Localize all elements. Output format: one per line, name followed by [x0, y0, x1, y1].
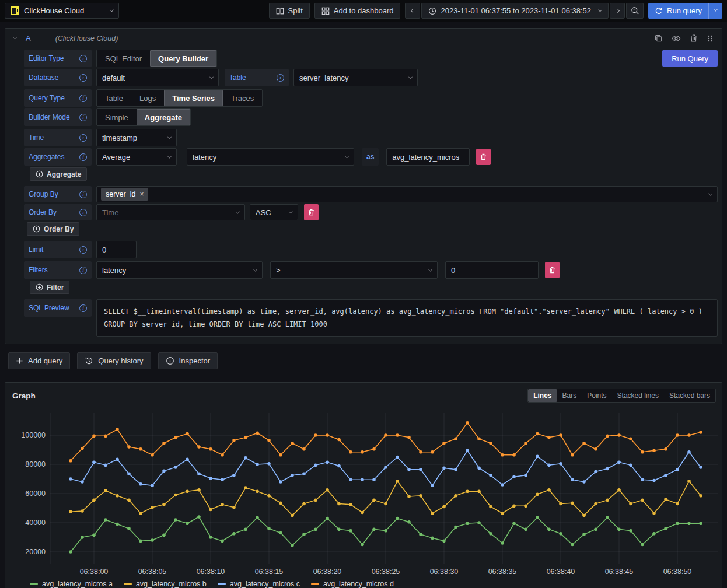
legend-item-a[interactable]: avg_latency_micros a	[30, 580, 113, 588]
add-filter-button[interactable]: Filter	[30, 281, 69, 294]
top-toolbar: ClickHouse Cloud Split Add to dashboard …	[0, 0, 727, 22]
query-type-option-table[interactable]: Table	[97, 90, 131, 106]
database-select[interactable]: default	[96, 69, 219, 86]
hide-response-button[interactable]	[672, 34, 681, 43]
builder-mode-label: Builder Modei	[24, 108, 92, 126]
query-type-option-traces[interactable]: Traces	[223, 90, 262, 106]
info-icon[interactable]: i	[79, 246, 87, 254]
info-icon[interactable]: i	[277, 74, 284, 82]
clickhouse-logo-icon	[11, 6, 19, 15]
builder-mode-option-aggregate[interactable]: Aggregate	[137, 109, 190, 125]
graph-mode-toggle: LinesBarsPointsStacked linesStacked bars	[527, 388, 716, 402]
add-to-dashboard-label: Add to dashboard	[334, 6, 394, 15]
info-icon[interactable]: i	[79, 153, 87, 161]
query-type-option-time-series[interactable]: Time Series	[164, 90, 223, 106]
query-history-button[interactable]: Query history	[77, 352, 151, 369]
aggregate-column-select[interactable]: latency	[187, 148, 354, 166]
remove-order-by-button[interactable]	[304, 204, 319, 220]
query-editor-panel: A (ClickHouse Cloud) Editor Typei SQL Ed…	[5, 28, 722, 344]
info-icon[interactable]: i	[79, 209, 87, 216]
add-to-dashboard-button[interactable]: Add to dashboard	[314, 3, 401, 19]
info-icon[interactable]: i	[79, 74, 87, 82]
remove-aggregate-button[interactable]	[476, 149, 491, 165]
chevron-down-icon	[110, 8, 114, 12]
filter-operator-select[interactable]: >	[270, 261, 438, 279]
drag-handle[interactable]	[707, 34, 714, 43]
trash-icon	[480, 153, 487, 160]
duplicate-query-button[interactable]	[654, 34, 663, 43]
group-by-select[interactable]: server_id×	[96, 186, 718, 202]
svg-text:40000: 40000	[25, 519, 46, 527]
query-type-option-logs[interactable]: Logs	[131, 90, 164, 106]
split-button[interactable]: Split	[269, 3, 310, 19]
add-aggregate-button[interactable]: Aggregate	[30, 167, 87, 181]
chevron-down-icon	[714, 8, 718, 12]
add-query-button[interactable]: Add query	[8, 352, 70, 369]
time-series-chart[interactable]: 1000008000060000400002000006:38:0006:38:…	[5, 408, 722, 579]
graph-mode-option-bars[interactable]: Bars	[557, 389, 582, 402]
info-icon[interactable]: i	[79, 114, 87, 121]
run-query-split-button: Run query	[648, 3, 722, 19]
query-ref-id[interactable]: A	[26, 34, 31, 43]
run-query-button[interactable]: Run query	[648, 3, 708, 19]
filter-field-select[interactable]: latency	[96, 261, 263, 279]
info-icon[interactable]: i	[79, 134, 87, 142]
eye-icon	[672, 34, 681, 43]
add-order-by-button[interactable]: Order By	[27, 222, 79, 236]
legend-swatch-icon	[311, 583, 319, 585]
time-range-back-button[interactable]	[405, 3, 420, 19]
graph-mode-option-stacked-bars[interactable]: Stacked bars	[664, 389, 715, 402]
editor-type-toggle: SQL EditorQuery Builder	[96, 50, 217, 67]
svg-text:06:38:35: 06:38:35	[488, 568, 517, 576]
info-icon[interactable]: i	[79, 304, 87, 312]
collapse-chevron-icon[interactable]	[13, 36, 17, 40]
order-by-field-select[interactable]: Time	[96, 204, 245, 220]
legend-item-b[interactable]: avg_latency_micros b	[124, 580, 207, 588]
graph-mode-option-points[interactable]: Points	[582, 389, 611, 402]
info-icon[interactable]: i	[79, 267, 87, 274]
order-by-direction-select[interactable]: ASC	[250, 204, 298, 220]
graph-mode-option-lines[interactable]: Lines	[528, 389, 557, 402]
add-filter-label: Filter	[47, 284, 64, 292]
chevron-down-icon	[209, 75, 214, 79]
trash-icon	[308, 209, 314, 216]
remove-query-button[interactable]	[690, 34, 698, 43]
run-query-dropdown[interactable]	[708, 3, 722, 19]
chevron-down-icon	[408, 75, 413, 79]
legend-label: avg_latency_micros a	[42, 580, 113, 588]
clock-icon	[428, 7, 436, 15]
panel-run-query-button[interactable]: Run Query	[662, 50, 718, 66]
chevron-down-icon	[428, 267, 432, 271]
svg-text:06:38:50: 06:38:50	[663, 568, 692, 576]
editor-type-option-query-builder[interactable]: Query Builder	[150, 50, 216, 66]
trash-icon	[690, 34, 698, 43]
datasource-picker[interactable]: ClickHouse Cloud	[5, 3, 119, 19]
info-icon[interactable]: i	[79, 55, 87, 62]
remove-tag-icon[interactable]: ×	[139, 190, 144, 198]
remove-filter-button[interactable]	[545, 262, 560, 278]
legend-item-c[interactable]: avg_latency_micros c	[218, 580, 300, 588]
graph-mode-option-stacked-lines[interactable]: Stacked lines	[612, 389, 664, 402]
trash-icon	[549, 267, 555, 274]
aggregate-alias-input[interactable]: avg_latency_micros	[386, 148, 470, 166]
add-query-label: Add query	[28, 356, 62, 365]
graph-panel: Graph LinesBarsPointsStacked linesStacke…	[5, 382, 722, 588]
chevron-down-icon	[289, 209, 293, 214]
zoom-out-button[interactable]	[626, 3, 644, 19]
inspector-button[interactable]: Inspector	[158, 352, 218, 369]
filter-value-input[interactable]: 0	[445, 261, 539, 279]
builder-mode-option-simple[interactable]: Simple	[97, 109, 137, 125]
limit-input[interactable]: 0	[96, 241, 137, 258]
editor-type-option-sql-editor[interactable]: SQL Editor	[97, 50, 150, 66]
time-range-forward-button[interactable]	[610, 3, 625, 19]
aggregate-function-select[interactable]: Average	[96, 148, 177, 166]
time-range-picker[interactable]: 2023-11-01 06:37:55 to 2023-11-01 06:38:…	[421, 3, 609, 19]
info-icon[interactable]: i	[79, 94, 87, 102]
table-select[interactable]: server_latency	[293, 69, 418, 86]
legend-item-d[interactable]: avg_latency_micros d	[311, 580, 394, 588]
as-badge: as	[362, 148, 379, 166]
chart-legend: avg_latency_micros aavg_latency_micros b…	[30, 580, 394, 588]
time-column-select[interactable]: timestamp	[96, 129, 177, 146]
info-icon[interactable]: i	[79, 191, 87, 198]
legend-label: avg_latency_micros c	[230, 580, 300, 588]
